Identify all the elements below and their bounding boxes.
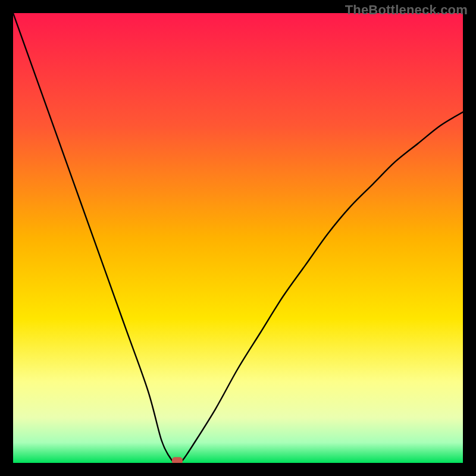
watermark-text: TheBottleneck.com bbox=[345, 2, 468, 18]
chart-frame bbox=[13, 13, 463, 463]
chart-background bbox=[13, 13, 463, 463]
marker-point bbox=[172, 457, 183, 463]
bottleneck-chart bbox=[13, 13, 463, 463]
